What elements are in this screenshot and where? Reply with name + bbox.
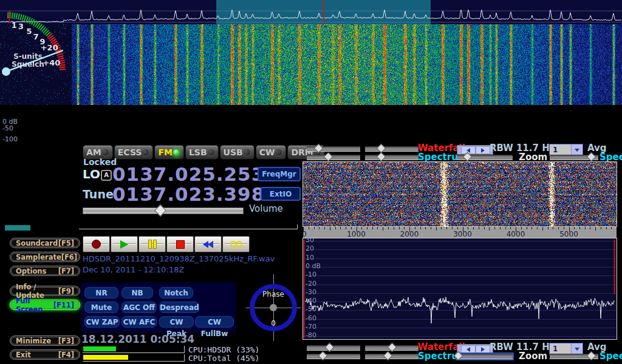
mode-button-label: LSB	[189, 147, 207, 157]
extio-button[interactable]: ExtIO	[261, 187, 301, 201]
dsp-button-agc-off[interactable]: AGC Off	[121, 302, 157, 313]
locked-label: Locked	[83, 157, 117, 167]
side-button-key: [F6]	[61, 253, 77, 261]
waterfall-brightness-slider-top-thumb[interactable]	[314, 144, 324, 153]
spectrum-contrast-slider-bottom-thumb[interactable]	[383, 351, 393, 361]
speed-slider-top-thumb[interactable]	[587, 152, 596, 162]
freqmgr-button[interactable]: FreqMgr	[258, 167, 301, 181]
speed-slider-top[interactable]	[550, 155, 598, 160]
play-icon	[120, 240, 128, 249]
side-button-label: Minimize	[16, 337, 51, 345]
af-frequency-scale[interactable]	[303, 227, 617, 238]
dsp-button-despread[interactable]: Despread	[159, 302, 199, 313]
waterfall-contrast-slider-top-thumb[interactable]	[377, 144, 386, 153]
af-waterfall-display[interactable]	[302, 161, 617, 227]
mode-button-label: ECSS	[118, 147, 142, 157]
loop-icon	[231, 241, 242, 248]
af-db-label: -10	[306, 271, 316, 278]
waterfall-brightness-slider-bottom-thumb[interactable]	[325, 343, 335, 352]
dsp-button-cw-peak[interactable]: CW Peak	[159, 316, 194, 328]
tune-label: Tune	[83, 187, 114, 201]
side-button-label: Soundcard	[16, 239, 58, 248]
spectrum-contrast-slider-top-thumb[interactable]	[377, 152, 386, 162]
minimize-button[interactable]: Minimize[F3]	[10, 335, 80, 346]
tune-frequency-value[interactable]: 0137.023.398	[112, 183, 265, 205]
side-button-key: [F7]	[58, 267, 74, 275]
waterfall-brightness-slider-bottom[interactable]	[307, 345, 360, 351]
options-button[interactable]: Options[F7]	[10, 266, 80, 276]
waterfall-contrast-slider-top[interactable]	[365, 146, 419, 152]
spectrum-contrast-slider-bottom[interactable]	[365, 354, 419, 359]
scroll-right-button-bottom[interactable]	[476, 345, 490, 353]
pause-icon	[148, 240, 157, 249]
dsp-button-nr[interactable]: NR	[84, 287, 118, 298]
separator-tick	[297, 224, 298, 229]
squelch-indicator	[5, 225, 30, 231]
af-db-label: -20	[306, 280, 316, 287]
waterfall-contrast-slider-bottom-thumb[interactable]	[388, 343, 397, 352]
spectrum-contrast-slider-top[interactable]	[365, 155, 419, 160]
zoom-label-top: Zoom	[519, 153, 547, 162]
samplerate-button[interactable]: Samplerate[F6]	[10, 252, 80, 262]
rf-spectrum-display[interactable]	[0, 0, 622, 24]
side-button-label: Exit	[16, 351, 31, 359]
volume-slider-thumb[interactable]	[154, 204, 166, 217]
af-controls-top: WaterfallRBW 11.7 Hz1AvgSpectrumZoomSpee…	[302, 143, 622, 164]
spectrum-brightness-slider-top-thumb[interactable]	[324, 152, 333, 162]
mode-button-cw[interactable]: CW	[256, 145, 287, 160]
speed-slider-bottom[interactable]	[550, 354, 598, 359]
mode-button-fm[interactable]: FM	[154, 145, 184, 160]
avg-dropdown-bottom[interactable]: 1	[549, 343, 583, 355]
mode-button-label: USB	[224, 147, 243, 157]
dsp-button-cw-fullbw[interactable]: CW FullBw	[195, 316, 234, 328]
af-db-label: -80	[306, 332, 316, 339]
af-db-label: 30	[306, 237, 314, 243]
af-db-label: 10	[306, 254, 314, 261]
info-update-button[interactable]: Info / Update[F9]	[10, 286, 80, 296]
waterfall-contrast-slider-bottom[interactable]	[365, 345, 419, 351]
transport-record-button[interactable]	[83, 236, 110, 252]
lo-frequency-value[interactable]: 0137.025.253	[112, 163, 265, 185]
mode-button-ecss[interactable]: ECSS	[114, 145, 154, 160]
af-spectrum-display[interactable]	[302, 238, 617, 340]
transport-loop-button[interactable]	[222, 236, 250, 252]
transport-pause-button[interactable]	[138, 236, 166, 252]
mode-button-lsb[interactable]: LSB	[185, 145, 219, 160]
zoom-slider-top[interactable]	[457, 155, 513, 160]
zoom-slider-bottom[interactable]	[457, 354, 513, 359]
waterfall-brightness-slider-top[interactable]	[307, 146, 360, 152]
transport-stop-button[interactable]	[166, 236, 194, 252]
transport-play-button[interactable]	[111, 236, 138, 252]
cpu-total-label: CPU:Total (45%)	[188, 354, 259, 363]
dsp-button-mute[interactable]: Mute	[84, 302, 118, 313]
full-screen-button[interactable]: Full Screen[F11]	[10, 300, 80, 310]
volume-slider[interactable]	[83, 207, 244, 214]
speed-slider-bottom-thumb[interactable]	[587, 351, 596, 361]
phase-center-dot	[270, 304, 277, 311]
dsp-button-cw-afc[interactable]: CW AFC	[121, 316, 157, 328]
speed-label-top: Speed	[600, 153, 622, 162]
scroll-right-button-top[interactable]	[476, 146, 490, 154]
af-db-label: -40	[306, 297, 316, 304]
mode-led-icon	[173, 149, 180, 157]
mode-button-label: AM	[86, 147, 101, 157]
lo-lock-badge[interactable]: A	[101, 170, 112, 181]
avg-dropdown-top[interactable]: 1	[549, 144, 583, 156]
spectrum-brightness-slider-bottom-thumb[interactable]	[318, 351, 328, 361]
dsp-button-cw-zap[interactable]: CW ZAP	[84, 316, 120, 328]
avg-dropdown-button[interactable]	[571, 343, 582, 354]
recording-date: Dec 10, 2011 - 12:10:18Z	[83, 265, 184, 274]
mode-button-usb[interactable]: USB	[220, 145, 255, 160]
af-db-label: -70	[306, 323, 316, 330]
exit-button[interactable]: Exit[F4]	[10, 349, 80, 360]
mode-led-icon	[142, 149, 149, 157]
dsp-button-nb[interactable]: NB	[121, 287, 153, 298]
spectrum-brightness-slider-bottom[interactable]	[307, 354, 360, 359]
side-button-key: [F11]	[53, 301, 74, 309]
soundcard-button[interactable]: Soundcard[F5]	[10, 238, 80, 248]
transport-rewind-button[interactable]	[194, 236, 222, 252]
avg-dropdown-button[interactable]	[571, 144, 582, 155]
spectrum-brightness-slider-top[interactable]	[307, 155, 360, 160]
dsp-button-notch[interactable]: Notch	[159, 287, 193, 298]
side-button-key: [F5]	[58, 239, 74, 248]
